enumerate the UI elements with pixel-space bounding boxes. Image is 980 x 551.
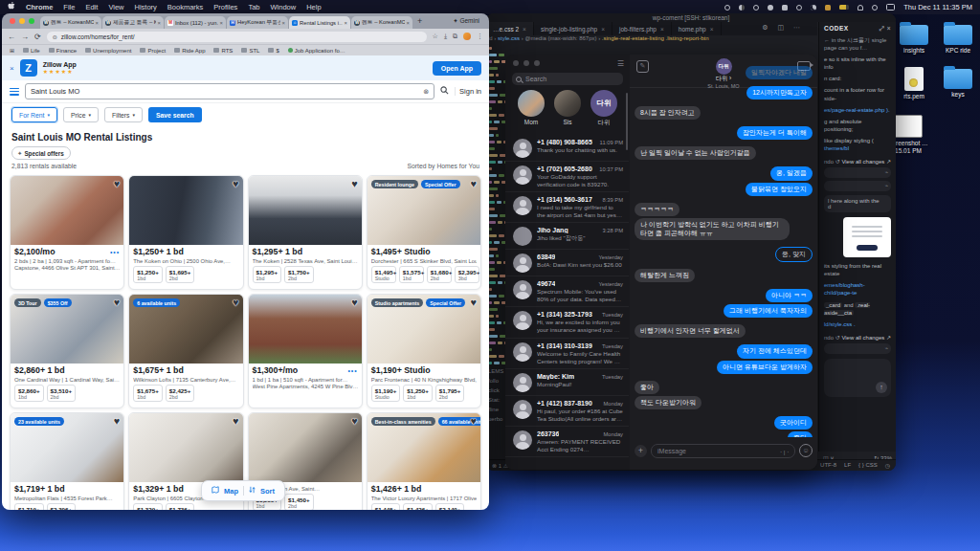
- menu-item-tab[interactable]: Tab: [248, 3, 259, 11]
- apps-grid-icon[interactable]: ⊞: [10, 47, 14, 54]
- search-submit-icon[interactable]: [440, 86, 449, 97]
- breadcrumb-part[interactable]: .single-real-estate-listing .listing-rep…: [602, 35, 709, 41]
- unit-price-chip[interactable]: $1,736+2bd: [166, 503, 195, 510]
- codex-file-pill[interactable]: [824, 181, 891, 191]
- listing-card[interactable]: 3D Tour$355 Off♥$2,860+ 1 bdOne Cardinal…: [10, 294, 124, 408]
- vscode-tab[interactable]: …e.css 2×: [486, 22, 534, 35]
- menu-item-history[interactable]: History: [135, 3, 157, 11]
- site-settings-icon[interactable]: ⊜: [53, 33, 57, 40]
- favorite-button[interactable]: ♥: [470, 178, 477, 189]
- favorite-button[interactable]: ♥: [351, 415, 358, 427]
- map-sort-toggle[interactable]: Map Sort: [201, 480, 285, 501]
- sign-in-link[interactable]: Sign in: [455, 87, 481, 96]
- search-icon[interactable]: [872, 5, 878, 11]
- sort-button[interactable]: Sort: [260, 487, 275, 496]
- address-bar[interactable]: ⊜ zillow.com/homes/for_rent/: [47, 32, 427, 42]
- downloads-icon[interactable]: ⤓: [444, 33, 447, 40]
- pinned-conversation-다위[interactable]: 다위다위: [590, 90, 617, 127]
- codex-input-box[interactable]: ↑: [824, 359, 891, 397]
- browser-tab[interactable]: W렌트 – KoreanMO×: [351, 16, 412, 29]
- dictation-icon[interactable]: ᛫|᛫: [779, 447, 791, 459]
- attach-plus-button[interactable]: +: [635, 445, 647, 457]
- favorite-button[interactable]: ♥: [114, 415, 121, 427]
- menu-item-help[interactable]: Help: [306, 3, 321, 11]
- tab-close-icon[interactable]: ×: [220, 20, 223, 26]
- location-search-input[interactable]: Saint Louis MO ⊗: [25, 83, 434, 99]
- back-button[interactable]: ←: [8, 33, 15, 41]
- tab-close-icon[interactable]: ×: [523, 26, 526, 33]
- unit-price-chip[interactable]: $1,695+2bd: [166, 266, 195, 283]
- reload-button[interactable]: ⟳: [34, 33, 41, 41]
- hamburger-menu-icon[interactable]: [10, 88, 19, 96]
- tab-search-icon[interactable]: ⧉: [453, 33, 457, 40]
- chat-list-item[interactable]: +1 (702) 605-268010:37 PMYour GoDaddy su…: [505, 162, 629, 192]
- map-button[interactable]: Map: [224, 487, 238, 496]
- unit-price-chip[interactable]: $1,329+1bd: [133, 503, 163, 510]
- favorite-button[interactable]: ♥: [470, 415, 477, 427]
- status-bar-item[interactable]: LF: [844, 462, 851, 469]
- chat-icon[interactable]: [768, 5, 773, 11]
- clear-search-icon[interactable]: ⊗: [423, 88, 429, 96]
- tab-close-icon[interactable]: ×: [710, 26, 714, 33]
- browser-tab[interactable]: MInbox (112) - yun…×: [165, 16, 226, 29]
- unit-price-chip[interactable]: $1,250+1bd: [133, 266, 163, 283]
- chat-list-item[interactable]: 49674YesterdaySpectrum Mobile: You've us…: [505, 276, 629, 307]
- favorite-button[interactable]: ♥: [233, 297, 239, 308]
- bookmark-folder-project[interactable]: Project: [140, 48, 166, 54]
- unit-price-chip[interactable]: $1,190+Studio: [371, 385, 401, 402]
- new-tab-button[interactable]: +: [417, 16, 422, 26]
- moon-focus-icon[interactable]: [811, 5, 816, 11]
- browser-tab[interactable]: HHeyKorean 부동산×: [227, 16, 288, 29]
- bookmark-folder-rts[interactable]: RTS: [213, 48, 233, 54]
- tab-close-icon[interactable]: ×: [407, 20, 410, 26]
- listing-card[interactable]: Resident loungeSpecial Offer♥$1,495+ Stu…: [367, 175, 481, 290]
- banner-close-icon[interactable]: ×: [10, 64, 14, 73]
- pinned-conversation-mom[interactable]: Mom: [518, 90, 545, 127]
- tab-close-icon[interactable]: ×: [96, 20, 99, 26]
- favorite-button[interactable]: ♥: [114, 297, 121, 308]
- contrast-icon[interactable]: [739, 5, 745, 11]
- vscode-tab[interactable]: job-filters.php×: [612, 22, 672, 35]
- chat-list-item[interactable]: +1 (314) 560-36178:39 PMI need to take m…: [505, 192, 629, 223]
- bookmark-job-application[interactable]: Job Application fo…: [288, 48, 345, 54]
- chat-list-item[interactable]: +1 (314) 310-3139TuesdayWelcome to Famil…: [505, 339, 629, 369]
- window-traffic-lights[interactable]: [10, 18, 34, 24]
- headphones-icon[interactable]: [796, 5, 802, 11]
- listing-card[interactable]: ♥$2,100/mo•••2 bds | 2 ba | 1,093 sqft -…: [10, 175, 124, 290]
- unit-price-chip[interactable]: $1,450+2bd: [284, 494, 314, 510]
- for-rent-filter[interactable]: For Rent▾: [11, 107, 57, 122]
- unit-price-chip[interactable]: $1,295+1bd: [253, 266, 282, 283]
- menu-item-edit[interactable]: Edit: [85, 3, 98, 11]
- status-bar-item[interactable]: { } CSS: [858, 462, 878, 469]
- desktop-folder-kpc-ride[interactable]: KPC ride: [932, 25, 980, 55]
- forward-button[interactable]: →: [21, 33, 29, 41]
- unit-price-chip[interactable]: $1,445+1bd: [371, 503, 401, 510]
- unit-price-chip[interactable]: $1,575+1bd: [399, 266, 424, 283]
- unit-price-chip[interactable]: $1,675+1bd: [133, 385, 163, 402]
- breadcrumb-part[interactable]: @media (max-width: 867px): [524, 35, 596, 41]
- favorite-button[interactable]: ♥: [351, 178, 358, 189]
- unit-price-chip[interactable]: $2,860+1bd: [14, 385, 44, 402]
- favorite-button[interactable]: ♥: [114, 178, 121, 189]
- control-center-icon[interactable]: [886, 4, 895, 11]
- unit-price-chip[interactable]: $1,719+1bd: [14, 503, 44, 510]
- unit-price-chip[interactable]: $1,495+Studio: [371, 266, 396, 283]
- codex-file-pill[interactable]: [824, 343, 891, 354]
- listing-card[interactable]: Best-in-class amenities66 available unit…: [367, 412, 481, 510]
- listing-menu-icon[interactable]: •••: [347, 367, 357, 374]
- tab-close-icon[interactable]: ×: [345, 20, 347, 26]
- save-search-button[interactable]: Save search: [148, 107, 202, 122]
- vscode-editor-actions[interactable]: ⚙ ◫ ⋯: [762, 24, 804, 32]
- sidebar-scrollbar[interactable]: [626, 93, 628, 150]
- favorite-button[interactable]: ♥: [233, 415, 239, 427]
- listing-card[interactable]: 6 available units♥$1,675+ 1 bdWilkinson …: [128, 294, 243, 408]
- chrome-menu-icon[interactable]: ⋮: [477, 33, 483, 40]
- messages-search-input[interactable]: Search: [512, 73, 623, 85]
- chat-list-item[interactable]: 63849YesterdayBofA: Dawi Kim sent you $2…: [505, 250, 629, 276]
- chat-list-item[interactable]: 263736MondayAmeren: PAYMENT RECEIVED Acc…: [505, 427, 629, 457]
- bookmark-folder-stl[interactable]: STL: [241, 48, 259, 54]
- listing-card[interactable]: ♥$1,300+/mo•••1 bd | 1 ba | 510 sqft - A…: [248, 294, 363, 408]
- unit-price-chip[interactable]: $1,680+2bd: [427, 266, 452, 283]
- listing-card[interactable]: Studio apartmentsSpecial Offer♥$1,190+ S…: [367, 294, 481, 408]
- menu-item-file[interactable]: File: [63, 3, 75, 11]
